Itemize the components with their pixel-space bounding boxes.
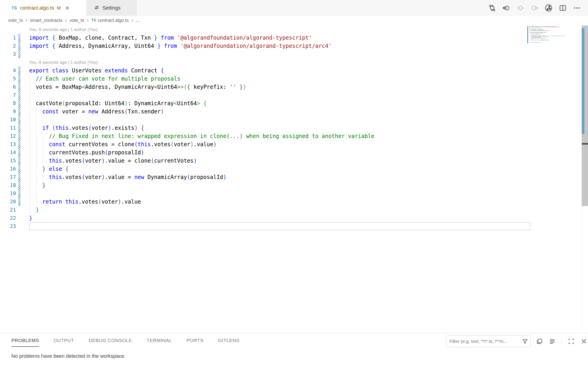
code-line[interactable]: 13 const currentVotes = clone(this.votes… xyxy=(0,140,588,148)
line-number[interactable]: 12 xyxy=(0,132,16,140)
line-number[interactable]: 5 xyxy=(0,75,16,83)
code-line[interactable]: 21 } xyxy=(0,206,588,214)
gutter-modified-indicator[interactable] xyxy=(18,132,20,140)
gutter-modified-indicator[interactable] xyxy=(18,50,20,58)
code-line[interactable]: 6 votes = BoxMap<Address, DynamicArray<U… xyxy=(0,83,588,91)
filter-input[interactable] xyxy=(446,339,522,344)
gutter-modified-indicator[interactable] xyxy=(18,189,20,198)
gutter-modified-indicator[interactable] xyxy=(18,181,20,189)
gitlens-blame-text[interactable]: You, 8 seconds ago | 1 author (You) xyxy=(29,26,98,34)
gutter-modified-indicator[interactable] xyxy=(18,173,20,181)
code-line[interactable]: 9 const voter = new Address(Txn.sender) xyxy=(0,108,588,116)
code-editor[interactable]: You, 8 seconds ago | 1 author (You)1impo… xyxy=(0,25,588,333)
breadcrumb-item[interactable]: vote_ts xyxy=(8,18,23,23)
code-line[interactable]: 19 xyxy=(0,189,588,198)
tab-settings[interactable]: Settings xyxy=(86,0,137,16)
line-number[interactable]: 11 xyxy=(0,124,16,132)
commit-graph-icon[interactable] xyxy=(544,4,553,12)
line-number[interactable]: 7 xyxy=(0,91,16,99)
line-number[interactable]: 16 xyxy=(0,165,16,173)
gutter-modified-indicator[interactable] xyxy=(18,157,20,165)
gutter-modified-indicator[interactable] xyxy=(18,140,20,148)
gutter-modified-indicator[interactable] xyxy=(18,42,20,50)
code-line[interactable]: 7 xyxy=(0,91,588,99)
gutter-modified-indicator[interactable] xyxy=(18,108,20,116)
code-line[interactable]: 22} xyxy=(0,214,588,222)
line-number[interactable]: 8 xyxy=(0,99,16,108)
line-number[interactable]: 2 xyxy=(0,42,16,50)
code-line[interactable]: 14 currentVotes.push(proposalId) xyxy=(0,148,588,157)
line-number[interactable]: 13 xyxy=(0,140,16,148)
tab-settings-label: Settings xyxy=(102,5,121,11)
code-line[interactable]: 20 return this.votes(voter).value xyxy=(0,198,588,206)
breadcrumb-item[interactable]: smart_contracts xyxy=(30,18,62,23)
gutter-modified-indicator[interactable] xyxy=(18,116,20,124)
panel-tab-output[interactable]: OUTPUT xyxy=(54,335,74,346)
minimap[interactable]: import { BoxMap, clone, Contract, Txn } … xyxy=(529,26,581,46)
view-as-list-icon[interactable] xyxy=(549,338,556,345)
line-number[interactable]: 17 xyxy=(0,173,16,181)
line-number[interactable]: 20 xyxy=(0,198,16,206)
code-line[interactable]: 8 castVote(proposalId: Uint64): DynamicA… xyxy=(0,99,588,108)
line-number[interactable]: 15 xyxy=(0,157,16,165)
code-line[interactable]: 5 // Each user can vote for multiple pro… xyxy=(0,75,588,83)
close-tab-icon[interactable] xyxy=(65,5,70,11)
gutter-modified-indicator[interactable] xyxy=(18,198,20,206)
open-changes-icon[interactable] xyxy=(502,4,511,12)
gutter-modified-indicator[interactable] xyxy=(18,67,20,75)
line-number[interactable]: 18 xyxy=(0,181,16,189)
code-line[interactable]: 18 } xyxy=(0,181,588,189)
maximize-panel-icon[interactable] xyxy=(568,338,575,345)
line-number[interactable]: 6 xyxy=(0,83,16,91)
gutter-modified-indicator[interactable] xyxy=(18,124,20,132)
breadcrumb-item[interactable]: TScontract.algo.ts xyxy=(91,18,129,23)
panel-tab-problems[interactable]: PROBLEMS xyxy=(11,335,39,347)
panel-tab-terminal[interactable]: TERMINAL xyxy=(146,335,172,346)
code-line[interactable]: 23 xyxy=(0,222,588,230)
breadcrumb-item[interactable]: ... xyxy=(136,18,140,23)
panel-tab-debug-console[interactable]: DEBUG CONSOLE xyxy=(89,335,132,346)
line-number[interactable]: 4 xyxy=(0,67,16,75)
gutter-modified-indicator[interactable] xyxy=(18,165,20,173)
code-text: } xyxy=(29,181,46,189)
panel-tab-ports[interactable]: PORTS xyxy=(186,335,203,346)
line-number[interactable]: 19 xyxy=(0,189,16,198)
gutter-modified-indicator[interactable] xyxy=(18,34,20,42)
gitlens-blame-text[interactable]: You, 8 seconds ago | 1 author (You) xyxy=(29,58,98,67)
gutter-modified-indicator[interactable] xyxy=(18,83,20,91)
code-line[interactable]: 1import { BoxMap, clone, Contract, Txn }… xyxy=(0,34,588,42)
gutter-modified-indicator[interactable] xyxy=(18,91,20,99)
views-icon[interactable] xyxy=(536,338,543,345)
line-number[interactable]: 14 xyxy=(0,148,16,157)
panel-tab-gitlens[interactable]: GITLENS xyxy=(218,335,239,346)
split-editor-icon[interactable] xyxy=(558,4,567,12)
code-line[interactable]: 16 } else { xyxy=(0,165,588,173)
previous-change-icon[interactable] xyxy=(516,4,525,12)
code-line[interactable]: 3 xyxy=(0,50,588,58)
code-line[interactable]: 12 // Bug Fixed in next line: wrapped ex… xyxy=(0,132,588,140)
line-number[interactable]: 23 xyxy=(0,222,16,230)
line-number[interactable]: 10 xyxy=(0,116,16,124)
line-number[interactable]: 3 xyxy=(0,50,16,58)
code-line[interactable]: 2import { Address, DynamicArray, Uint64 … xyxy=(0,42,588,50)
line-number[interactable]: 9 xyxy=(0,108,16,116)
code-line[interactable]: 10 xyxy=(0,116,588,124)
breadcrumb-item[interactable]: vote_ts xyxy=(69,18,84,23)
tab-contract-algo-ts[interactable]: TS contract.algo.ts M xyxy=(0,0,86,16)
code-text: const currentVotes = clone(this.votes(vo… xyxy=(29,140,217,148)
compare-changes-icon[interactable] xyxy=(488,4,497,12)
code-line[interactable]: 17 this.votes(voter).value = new Dynamic… xyxy=(0,173,588,181)
close-panel-icon[interactable] xyxy=(580,338,587,345)
code-line[interactable]: 11 if (this.votes(voter).exists) { xyxy=(0,124,588,132)
line-number[interactable]: 1 xyxy=(0,34,16,42)
code-line[interactable]: 15 this.votes(voter).value = clone(curre… xyxy=(0,157,588,165)
gutter-modified-indicator[interactable] xyxy=(18,75,20,83)
line-number[interactable]: 22 xyxy=(0,214,16,222)
breadcrumb-separator-icon: › xyxy=(65,18,67,23)
gutter-modified-indicator[interactable] xyxy=(18,99,20,108)
more-actions-icon[interactable] xyxy=(573,4,581,12)
code-line[interactable]: 4export class UserVotes extends Contract… xyxy=(0,67,588,75)
line-number[interactable]: 21 xyxy=(0,206,16,214)
next-change-icon[interactable] xyxy=(530,4,539,12)
gutter-modified-indicator[interactable] xyxy=(18,148,20,157)
